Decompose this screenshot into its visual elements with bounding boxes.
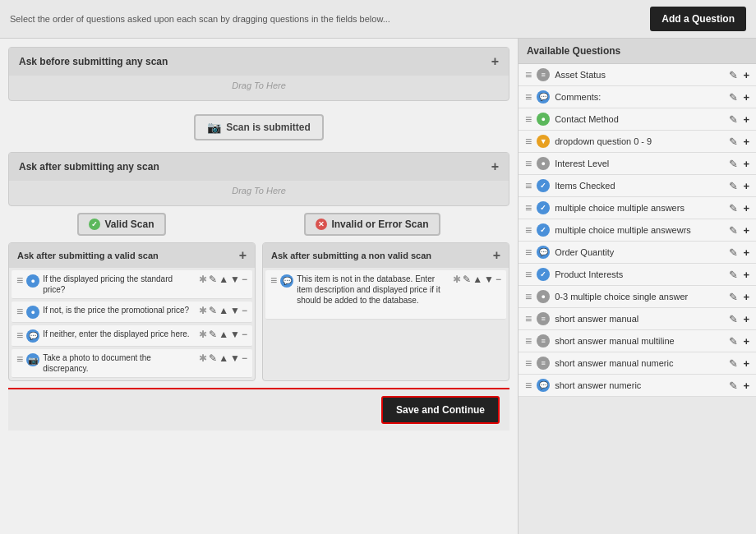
edit-icon[interactable]: ✎ (729, 357, 738, 370)
asterisk-icon[interactable]: ✱ (199, 274, 207, 285)
drag-handle-icon[interactable]: ≡ (16, 305, 23, 318)
asterisk-icon[interactable]: ✱ (199, 329, 207, 340)
drag-handle-icon[interactable]: ≡ (16, 274, 23, 287)
down-icon[interactable]: ▼ (230, 329, 240, 340)
add-to-list-icon[interactable]: + (743, 335, 749, 348)
edit-icon[interactable]: ✎ (729, 180, 738, 192)
remove-icon[interactable]: − (242, 329, 247, 340)
add-to-list-icon[interactable]: + (743, 291, 749, 303)
add-to-list-icon[interactable]: + (743, 180, 749, 192)
available-question-item[interactable]: ≡✓multiple choice multiple answers✎+ (519, 197, 756, 219)
add-to-list-icon[interactable]: + (743, 269, 749, 281)
pencil-icon[interactable]: ✎ (209, 329, 217, 340)
drag-handle-icon[interactable]: ≡ (525, 179, 532, 192)
up-icon[interactable]: ▲ (219, 305, 228, 316)
available-question-item[interactable]: ≡●Contact Method✎+ (519, 108, 756, 131)
drag-handle-icon[interactable]: ≡ (525, 113, 532, 126)
down-icon[interactable]: ▼ (230, 274, 240, 285)
edit-icon[interactable]: ✎ (729, 158, 738, 170)
edit-icon[interactable]: ✎ (729, 313, 738, 325)
drag-handle-icon[interactable]: ≡ (525, 135, 532, 148)
available-question-item[interactable]: ≡≡Asset Status✎+ (519, 64, 756, 86)
available-question-item[interactable]: ≡💬Comments:✎+ (519, 86, 756, 108)
remove-icon[interactable]: − (242, 352, 247, 364)
up-icon[interactable]: ▲ (472, 274, 482, 285)
down-icon[interactable]: ▼ (230, 352, 240, 364)
add-to-list-icon[interactable]: + (743, 313, 749, 325)
edit-icon[interactable]: ✎ (729, 91, 738, 104)
remove-icon[interactable]: − (242, 305, 247, 316)
edit-icon[interactable]: ✎ (729, 224, 738, 237)
available-question-item[interactable]: ≡≡short answer manual multiline✎+ (519, 330, 756, 352)
add-to-list-icon[interactable]: + (743, 158, 749, 170)
edit-icon[interactable]: ✎ (729, 69, 738, 81)
available-question-item[interactable]: ≡✓Product Interests✎+ (519, 264, 756, 286)
drag-handle-icon[interactable]: ≡ (525, 268, 532, 281)
drag-handle-icon[interactable]: ≡ (525, 90, 532, 104)
available-question-item[interactable]: ≡▼dropdown question 0 - 9✎+ (519, 131, 756, 153)
remove-icon[interactable]: − (242, 274, 247, 285)
drag-handle-icon[interactable]: ≡ (525, 357, 532, 370)
available-question-item[interactable]: ≡●Interest Level✎+ (519, 153, 756, 175)
edit-icon[interactable]: ✎ (729, 113, 738, 126)
drag-handle-icon[interactable]: ≡ (525, 334, 532, 348)
pencil-icon[interactable]: ✎ (209, 305, 217, 316)
edit-icon[interactable]: ✎ (729, 136, 738, 148)
before-scan-section: Ask before submitting any scan + Drag To… (8, 47, 509, 101)
up-icon[interactable]: ▲ (219, 329, 228, 340)
edit-icon[interactable]: ✎ (729, 269, 738, 281)
drag-handle-icon[interactable]: ≡ (525, 379, 532, 392)
drag-handle-icon[interactable]: ≡ (525, 312, 532, 325)
up-icon[interactable]: ▲ (219, 352, 228, 364)
drag-handle-icon[interactable]: ≡ (525, 68, 532, 81)
after-valid-add-icon[interactable]: + (239, 248, 247, 263)
available-question-item[interactable]: ≡≡short answer manual✎+ (519, 308, 756, 330)
edit-icon[interactable]: ✎ (729, 380, 738, 392)
add-to-list-icon[interactable]: + (743, 91, 749, 104)
available-question-item[interactable]: ≡💬Order Quantity✎+ (519, 242, 756, 264)
pencil-icon[interactable]: ✎ (209, 352, 217, 364)
scan-type-row: ✓ Valid Scan ✕ Invalid or Error Scan (8, 213, 509, 236)
edit-icon[interactable]: ✎ (729, 202, 738, 214)
pencil-icon[interactable]: ✎ (209, 274, 217, 285)
drag-handle-icon[interactable]: ≡ (525, 246, 532, 259)
remove-icon[interactable]: − (496, 274, 501, 285)
add-to-list-icon[interactable]: + (743, 357, 749, 370)
drag-handle-icon[interactable]: ≡ (525, 157, 532, 170)
after-nonvalid-add-icon[interactable]: + (493, 248, 500, 263)
asterisk-icon[interactable]: ✱ (199, 305, 207, 316)
edit-icon[interactable]: ✎ (729, 335, 738, 348)
add-to-list-icon[interactable]: + (743, 246, 749, 259)
drag-handle-icon[interactable]: ≡ (525, 290, 532, 303)
before-scan-add-icon[interactable]: + (491, 54, 499, 69)
add-to-list-icon[interactable]: + (743, 69, 749, 81)
add-to-list-icon[interactable]: + (743, 136, 749, 148)
save-continue-button[interactable]: Save and Continue (381, 396, 500, 424)
add-question-button[interactable]: Add a Question (650, 7, 746, 31)
down-icon[interactable]: ▼ (230, 305, 240, 316)
asterisk-icon[interactable]: ✱ (199, 352, 207, 364)
available-question-item[interactable]: ≡💬short answer numeric✎+ (519, 375, 756, 397)
available-question-item[interactable]: ≡✓multiple choice multiple answewrs✎+ (519, 219, 756, 242)
asterisk-icon[interactable]: ✱ (453, 274, 461, 285)
add-to-list-icon[interactable]: + (743, 113, 749, 126)
edit-icon[interactable]: ✎ (729, 291, 738, 303)
drag-handle-icon[interactable]: ≡ (525, 201, 532, 214)
add-to-list-icon[interactable]: + (743, 224, 749, 237)
available-question-item[interactable]: ≡●0-3 multiple choice single answer✎+ (519, 286, 756, 308)
invalid-scan-badge: ✕ Invalid or Error Scan (304, 213, 440, 236)
add-to-list-icon[interactable]: + (743, 380, 749, 392)
add-to-list-icon[interactable]: + (743, 202, 749, 214)
available-question-item[interactable]: ≡≡short answer manual numeric✎+ (519, 352, 756, 375)
drag-handle-icon[interactable]: ≡ (16, 352, 23, 366)
drag-handle-icon[interactable]: ≡ (270, 274, 277, 287)
drag-handle-icon[interactable]: ≡ (525, 223, 532, 237)
after-scan-add-icon[interactable]: + (491, 159, 499, 174)
pencil-icon[interactable]: ✎ (463, 274, 471, 285)
up-icon[interactable]: ▲ (219, 274, 228, 285)
drag-handle-icon[interactable]: ≡ (16, 329, 23, 342)
available-question-item[interactable]: ≡✓Items Checked✎+ (519, 175, 756, 197)
q-icon: 📷 (26, 353, 39, 366)
edit-icon[interactable]: ✎ (729, 246, 738, 259)
down-icon[interactable]: ▼ (484, 274, 494, 285)
